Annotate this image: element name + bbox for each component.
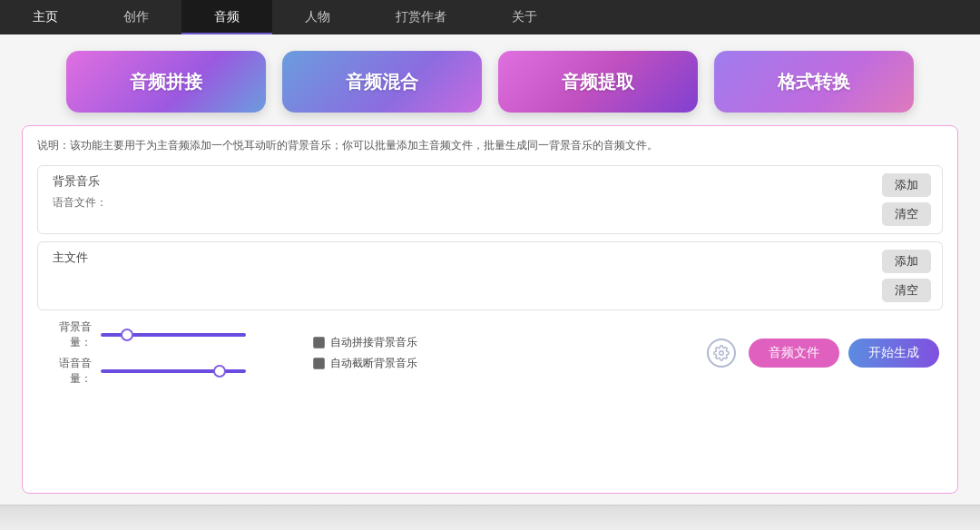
bg-music-buttons: 添加 清空 bbox=[882, 173, 931, 226]
settings-icon[interactable] bbox=[707, 339, 736, 368]
nav-item-home[interactable]: 主页 bbox=[0, 0, 91, 34]
svg-point-0 bbox=[720, 351, 724, 356]
audio-file-button[interactable]: 音频文件 bbox=[749, 339, 839, 368]
checkbox-auto-cut-label: 自动截断背景音乐 bbox=[330, 356, 417, 371]
feature-cards-row: 音频拼接 音频混合 音频提取 格式转换 bbox=[22, 51, 958, 113]
checkbox-auto-cut-box bbox=[313, 358, 325, 369]
bg-music-label: 背景音乐 bbox=[53, 173, 871, 190]
checkbox-auto-cut-row[interactable]: 自动截断背景音乐 bbox=[313, 356, 417, 371]
bottom-strip bbox=[0, 505, 980, 530]
card-format-convert[interactable]: 格式转换 bbox=[714, 51, 914, 113]
nav-item-about[interactable]: 关于 bbox=[479, 0, 570, 34]
nav-bar: 主页 创作 音频 人物 打赏作者 关于 bbox=[0, 0, 980, 34]
nav-item-reward[interactable]: 打赏作者 bbox=[363, 0, 479, 34]
start-generate-button[interactable]: 开始生成 bbox=[848, 339, 939, 368]
nav-item-audio[interactable]: 音频 bbox=[181, 0, 272, 34]
main-file-clear-button[interactable]: 清空 bbox=[882, 279, 931, 302]
checkbox-auto-splice-label: 自动拼接背景音乐 bbox=[330, 335, 417, 350]
card-audio-mix[interactable]: 音频混合 bbox=[282, 51, 482, 113]
description-text: 说明：该功能主要用于为主音频添加一个悦耳动听的背景音乐；你可以批量添加主音频文件… bbox=[37, 137, 943, 154]
bg-music-content: 背景音乐 语音文件： bbox=[49, 173, 871, 211]
right-buttons: 音频文件 开始生成 bbox=[749, 339, 939, 368]
bg-volume-slider[interactable] bbox=[101, 333, 246, 337]
bottom-controls: 背景音量： 语音音量： 自动拼接背景音乐 自动截断背景音乐 bbox=[37, 319, 943, 387]
main-file-add-button[interactable]: 添加 bbox=[882, 250, 931, 273]
voice-volume-label: 语音音量： bbox=[41, 356, 92, 387]
card-audio-extract[interactable]: 音频提取 bbox=[498, 51, 698, 113]
bg-volume-label: 背景音量： bbox=[41, 319, 92, 350]
card-audio-splice[interactable]: 音频拼接 bbox=[66, 51, 266, 113]
bg-music-add-button[interactable]: 添加 bbox=[882, 173, 931, 197]
bg-volume-row: 背景音量： bbox=[41, 319, 295, 350]
main-file-content: 主文件 bbox=[49, 250, 871, 266]
nav-item-person[interactable]: 人物 bbox=[272, 0, 363, 34]
sliders-column: 背景音量： 语音音量： bbox=[41, 319, 295, 387]
work-area: 说明：该功能主要用于为主音频添加一个悦耳动听的背景音乐；你可以批量添加主音频文件… bbox=[22, 125, 958, 494]
voice-volume-slider[interactable] bbox=[101, 369, 246, 373]
bg-music-clear-button[interactable]: 清空 bbox=[882, 202, 931, 226]
main-file-section: 主文件 添加 清空 bbox=[37, 241, 943, 310]
checkboxes-column: 自动拼接背景音乐 自动截断背景音乐 bbox=[313, 335, 417, 371]
main-file-buttons: 添加 清空 bbox=[882, 250, 931, 302]
main-content: 音频拼接 音频混合 音频提取 格式转换 说明：该功能主要用于为主音频添加一个悦耳… bbox=[0, 34, 980, 505]
voice-file-label: 语音文件： bbox=[53, 195, 871, 211]
main-file-label: 主文件 bbox=[53, 250, 871, 266]
nav-item-create[interactable]: 创作 bbox=[91, 0, 181, 34]
checkbox-auto-splice-box bbox=[313, 337, 325, 348]
bg-music-section: 背景音乐 语音文件： 添加 清空 bbox=[37, 165, 943, 234]
voice-volume-row: 语音音量： bbox=[41, 356, 295, 387]
checkbox-auto-splice-row[interactable]: 自动拼接背景音乐 bbox=[313, 335, 417, 350]
